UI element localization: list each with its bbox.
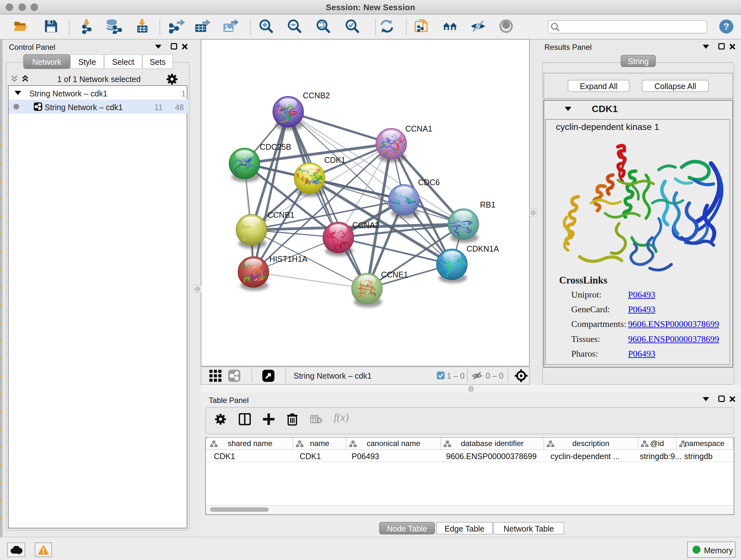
svg-text:CDKN1A: CDKN1A	[467, 244, 499, 253]
svg-text:RB1: RB1	[480, 200, 495, 209]
svg-text:CDC6: CDC6	[418, 178, 440, 187]
svg-text:CCNA2: CCNA2	[352, 221, 380, 230]
svg-text:CCNA1: CCNA1	[405, 124, 432, 133]
svg-text:?: ?	[724, 21, 729, 32]
svg-text:CCNB2: CCNB2	[303, 91, 330, 100]
svg-text:CDC25B: CDC25B	[260, 142, 291, 151]
svg-text:CCNE1: CCNE1	[381, 270, 408, 279]
svg-text:CDK1: CDK1	[324, 155, 346, 165]
svg-text:HIST1H1A: HIST1H1A	[269, 254, 308, 263]
svg-text:CCNB1: CCNB1	[267, 210, 294, 219]
